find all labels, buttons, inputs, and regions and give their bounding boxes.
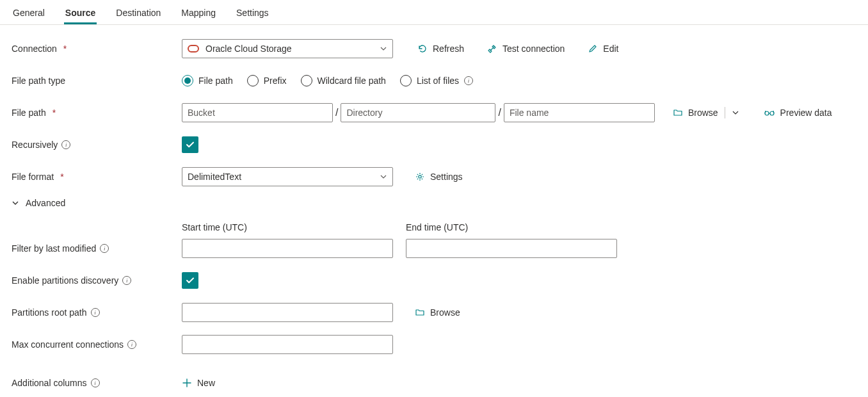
radio-prefix[interactable]: Prefix xyxy=(247,75,287,86)
end-time-input[interactable] xyxy=(406,239,617,258)
test-connection-button[interactable]: Test connection xyxy=(487,44,565,54)
tab-settings[interactable]: Settings xyxy=(235,5,270,24)
tab-destination[interactable]: Destination xyxy=(115,5,162,24)
tab-source[interactable]: Source xyxy=(64,5,97,24)
preview-data-button[interactable]: Preview data xyxy=(764,108,832,118)
start-time-label: Start time (UTC) xyxy=(182,222,393,232)
chevron-down-icon xyxy=(12,199,19,207)
plug-icon xyxy=(487,44,497,54)
pencil-icon xyxy=(588,44,598,54)
partitions-root-label: Partitions root path i xyxy=(12,307,182,318)
file-path-label: File path* xyxy=(12,108,182,118)
recursively-label: Recursively i xyxy=(12,140,182,150)
plus-icon xyxy=(182,378,192,388)
path-separator: / xyxy=(335,107,338,118)
directory-input[interactable] xyxy=(341,103,495,122)
tab-mapping[interactable]: Mapping xyxy=(180,5,217,24)
advanced-toggle[interactable]: Advanced xyxy=(12,198,65,208)
file-format-label: File format* xyxy=(12,172,182,182)
folder-icon xyxy=(415,307,425,318)
edit-button[interactable]: Edit xyxy=(588,44,618,54)
form-area: Connection* Oracle Cloud Storage Refresh xyxy=(0,25,868,397)
connection-select-value: Oracle Cloud Storage xyxy=(205,44,292,54)
connection-select[interactable]: Oracle Cloud Storage xyxy=(182,39,393,58)
partitions-root-input[interactable] xyxy=(182,303,393,322)
additional-columns-label: Additional columns i xyxy=(12,378,182,388)
recursively-checkbox[interactable] xyxy=(182,136,198,153)
filter-last-modified-label: Filter by last modified i xyxy=(12,243,182,254)
oracle-icon xyxy=(188,45,199,53)
browse-button[interactable]: Browse xyxy=(673,108,718,118)
folder-icon xyxy=(673,108,683,118)
info-icon[interactable]: i xyxy=(122,276,131,285)
info-icon[interactable]: i xyxy=(61,140,70,149)
file-path-type-radiogroup: File path Prefix Wildcard file path List… xyxy=(182,75,473,86)
new-column-button[interactable]: New xyxy=(182,378,215,388)
connection-label: Connection* xyxy=(12,44,182,54)
browse-chevron[interactable] xyxy=(732,109,739,117)
info-icon[interactable]: i xyxy=(91,378,100,387)
info-icon[interactable]: i xyxy=(464,76,473,85)
gear-icon xyxy=(415,172,425,182)
tab-general[interactable]: General xyxy=(12,5,46,24)
file-path-type-label: File path type xyxy=(12,76,182,86)
radio-list-of-files[interactable]: List of files i xyxy=(400,75,473,86)
enable-partitions-checkbox[interactable] xyxy=(182,272,198,289)
chevron-down-icon xyxy=(380,173,387,181)
filename-input[interactable] xyxy=(504,103,655,122)
format-settings-button[interactable]: Settings xyxy=(415,172,463,182)
path-separator: / xyxy=(498,107,501,118)
radio-wildcard[interactable]: Wildcard file path xyxy=(301,75,386,86)
start-time-input[interactable] xyxy=(182,239,393,258)
tabs-bar: General Source Destination Mapping Setti… xyxy=(0,0,868,25)
info-icon[interactable]: i xyxy=(127,340,136,349)
enable-partitions-label: Enable partitions discovery i xyxy=(12,275,182,286)
glasses-icon xyxy=(764,108,775,117)
separator xyxy=(725,107,725,118)
max-concurrent-input[interactable] xyxy=(182,335,393,354)
refresh-button[interactable]: Refresh xyxy=(417,44,464,54)
bucket-input[interactable] xyxy=(182,103,333,122)
max-concurrent-label: Max concurrent connections i xyxy=(12,339,182,350)
info-icon[interactable]: i xyxy=(91,308,100,317)
end-time-label: End time (UTC) xyxy=(406,222,617,232)
refresh-icon xyxy=(417,44,428,54)
partitions-browse-button[interactable]: Browse xyxy=(415,307,460,318)
chevron-down-icon xyxy=(380,45,387,53)
file-format-select-value: DelimitedText xyxy=(188,172,241,182)
radio-file-path[interactable]: File path xyxy=(182,75,233,86)
info-icon[interactable]: i xyxy=(100,244,109,253)
svg-point-2 xyxy=(419,175,421,178)
file-format-select[interactable]: DelimitedText xyxy=(182,167,393,186)
